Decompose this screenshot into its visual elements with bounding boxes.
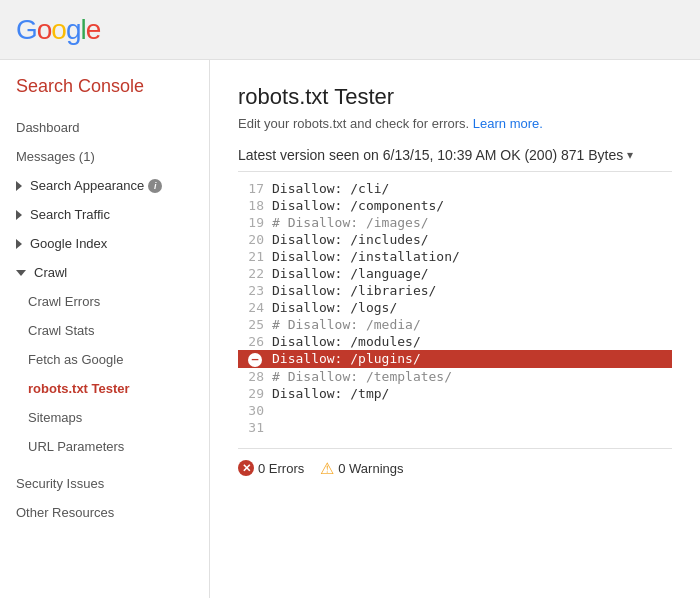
sidebar-item-url-parameters[interactable]: URL Parameters xyxy=(0,432,209,461)
sidebar: Search Console Dashboard Messages (1) Se… xyxy=(0,60,210,598)
error-circle-icon: ✕ xyxy=(238,460,254,476)
table-row: –Disallow: /plugins/ xyxy=(238,350,672,368)
errors-count: 0 Errors xyxy=(258,461,304,476)
version-dropdown-arrow: ▾ xyxy=(627,148,633,162)
version-bar[interactable]: Latest version seen on 6/13/15, 10:39 AM… xyxy=(238,147,672,172)
table-row: 25# Disallow: /media/ xyxy=(238,316,672,333)
table-row: 31 xyxy=(238,419,672,436)
table-row: 21Disallow: /installation/ xyxy=(238,248,672,265)
layout: Search Console Dashboard Messages (1) Se… xyxy=(0,60,700,598)
table-row: 29Disallow: /tmp/ xyxy=(238,385,672,402)
footer-bar: ✕ 0 Errors ⚠ 0 Warnings xyxy=(238,448,672,478)
table-row: 20Disallow: /includes/ xyxy=(238,231,672,248)
triangle-right-icon xyxy=(16,181,22,191)
sidebar-item-other-resources[interactable]: Other Resources xyxy=(0,498,209,527)
sidebar-section-search-appearance[interactable]: Search Appearance i xyxy=(0,171,209,200)
sidebar-item-fetch-as-google[interactable]: Fetch as Google xyxy=(0,345,209,374)
table-row: 24Disallow: /logs/ xyxy=(238,299,672,316)
sidebar-title: Search Console xyxy=(0,76,209,113)
errors-summary: ✕ 0 Errors xyxy=(238,460,304,476)
error-row-icon: – xyxy=(248,353,262,367)
google-logo: Google xyxy=(16,14,100,46)
sidebar-item-sitemaps[interactable]: Sitemaps xyxy=(0,403,209,432)
page-subtitle: Edit your robots.txt and check for error… xyxy=(238,116,672,131)
robots-code-table: 17Disallow: /cli/18Disallow: /components… xyxy=(238,180,672,436)
warnings-summary: ⚠ 0 Warnings xyxy=(320,459,403,478)
learn-more-link[interactable]: Learn more. xyxy=(473,116,543,131)
top-bar: Google xyxy=(0,0,700,60)
warnings-count: 0 Warnings xyxy=(338,461,403,476)
sidebar-item-security-issues[interactable]: Security Issues xyxy=(0,469,209,498)
main-content: robots.txt Tester Edit your robots.txt a… xyxy=(210,60,700,598)
sidebar-item-crawl-errors[interactable]: Crawl Errors xyxy=(0,287,209,316)
sidebar-item-crawl-stats[interactable]: Crawl Stats xyxy=(0,316,209,345)
table-row: 26Disallow: /modules/ xyxy=(238,333,672,350)
triangle-right-icon xyxy=(16,239,22,249)
triangle-down-icon xyxy=(16,270,26,276)
sidebar-item-dashboard[interactable]: Dashboard xyxy=(0,113,209,142)
sidebar-section-crawl[interactable]: Crawl xyxy=(0,258,209,287)
sidebar-item-messages[interactable]: Messages (1) xyxy=(0,142,209,171)
table-row: 18Disallow: /components/ xyxy=(238,197,672,214)
table-row: 23Disallow: /libraries/ xyxy=(238,282,672,299)
warning-triangle-icon: ⚠ xyxy=(320,459,334,478)
sidebar-section-search-traffic[interactable]: Search Traffic xyxy=(0,200,209,229)
triangle-right-icon xyxy=(16,210,22,220)
table-row: 30 xyxy=(238,402,672,419)
info-icon: i xyxy=(148,179,162,193)
sidebar-section-google-index[interactable]: Google Index xyxy=(0,229,209,258)
table-row: 17Disallow: /cli/ xyxy=(238,180,672,197)
table-row: 22Disallow: /language/ xyxy=(238,265,672,282)
sidebar-item-robots-txt-tester[interactable]: robots.txt Tester xyxy=(0,374,209,403)
table-row: 28# Disallow: /templates/ xyxy=(238,368,672,385)
table-row: 19# Disallow: /images/ xyxy=(238,214,672,231)
page-title: robots.txt Tester xyxy=(238,84,672,110)
